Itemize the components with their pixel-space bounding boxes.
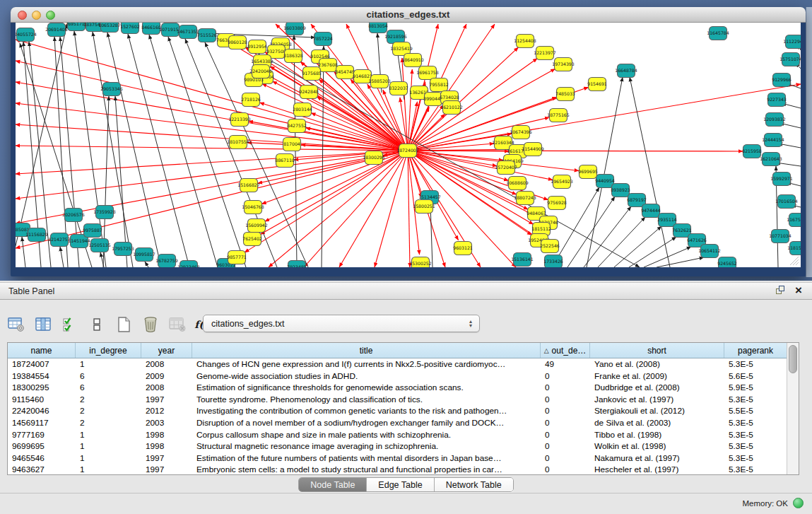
graph-node[interactable]: 17957253 xyxy=(112,243,134,256)
graph-node[interactable]: 12444154 xyxy=(762,134,784,147)
graph-edge[interactable] xyxy=(614,226,661,267)
column-header-in_degree[interactable]: in_degree xyxy=(76,343,141,358)
graph-node[interactable]: 20206576 xyxy=(62,209,85,222)
graph-node[interactable]: 11544909 xyxy=(522,143,544,156)
graph-node[interactable]: 10654112 xyxy=(698,245,721,258)
graph-node[interactable]: 11675322 xyxy=(787,214,801,227)
graph-node[interactable]: 8322037 xyxy=(389,82,408,95)
graph-node[interactable]: 9603121 xyxy=(453,242,473,255)
row-height-icon[interactable] xyxy=(88,315,106,334)
graph-node[interactable]: 10771034 xyxy=(769,230,792,243)
graph-node[interactable]: 8215958 xyxy=(742,145,762,158)
graph-node[interactable]: 9860128 xyxy=(228,36,247,49)
graph-node[interactable]: 15992971 xyxy=(770,173,793,186)
graph-edge[interactable] xyxy=(145,262,148,267)
graph-node[interactable]: 11645784 xyxy=(707,27,729,40)
graph-node[interactable]: 8938923 xyxy=(611,184,630,197)
graph-node[interactable]: 18640910 xyxy=(401,54,424,67)
graph-node[interactable]: 9129966 xyxy=(772,74,792,87)
graph-edge[interactable] xyxy=(16,151,408,199)
graph-node[interactable]: 15885203 xyxy=(368,75,391,88)
graph-node[interactable]: 9154691 xyxy=(587,78,607,91)
graph-edge[interactable] xyxy=(128,34,189,267)
graph-hub-node[interactable]: 18724007 xyxy=(396,144,419,158)
graph-node[interactable]: 9227343 xyxy=(767,93,787,107)
graph-node[interactable]: 15136141 xyxy=(511,253,534,267)
graph-edge[interactable] xyxy=(339,151,408,267)
table-row[interactable]: 969969511998Structural magnetic resonanc… xyxy=(8,440,787,452)
column-header-pagerank[interactable]: pagerank xyxy=(724,343,787,358)
graph-node[interactable]: 20691406 xyxy=(45,23,68,37)
graph-node[interactable]: 16210643 xyxy=(760,153,782,166)
graph-node[interactable]: 15720407 xyxy=(495,161,517,175)
graph-node[interactable]: 17016504 xyxy=(775,195,798,209)
graph-node[interactable]: 12505135 xyxy=(88,239,111,252)
graph-node[interactable]: 7625402 xyxy=(242,233,262,246)
graph-node[interactable]: 19218596 xyxy=(384,30,407,44)
graph-node[interactable]: 8454749 xyxy=(335,66,355,79)
graph-node[interactable]: 17359928 xyxy=(93,206,116,219)
graph-node[interactable]: 12213977 xyxy=(534,47,556,60)
graph-node[interactable]: 9699695 xyxy=(578,165,598,179)
graph-node[interactable]: 7857224 xyxy=(313,33,333,46)
tab-edge-table[interactable]: Edge Table xyxy=(367,478,434,491)
close-panel-icon[interactable]: × xyxy=(795,286,802,295)
graph-edge[interactable] xyxy=(60,247,64,267)
graph-node[interactable]: 18807243 xyxy=(514,192,536,205)
import-table-icon[interactable] xyxy=(168,315,187,334)
graph-node[interactable]: 11254408 xyxy=(514,35,536,48)
table-scrollbar[interactable] xyxy=(787,343,799,474)
graph-node[interactable]: 15800251 xyxy=(413,200,435,214)
column-header-year[interactable]: year xyxy=(141,343,192,358)
graph-edge[interactable] xyxy=(430,204,433,267)
graph-edge[interactable] xyxy=(149,35,218,267)
column-header-name[interactable]: name xyxy=(8,343,76,358)
table-row[interactable]: 946554611997Estimation of the future num… xyxy=(8,452,787,465)
graph-node[interactable]: 12142757 xyxy=(48,233,71,247)
graph-node[interactable]: 9175685 xyxy=(302,67,322,81)
graph-node[interactable]: 18107554 xyxy=(227,136,249,149)
graph-node[interactable]: 9242848 xyxy=(299,86,319,99)
graph-node[interactable]: 8912954 xyxy=(247,40,267,54)
graph-node[interactable]: 2522546 xyxy=(540,240,560,253)
graph-edge[interactable] xyxy=(304,151,408,267)
graph-node[interactable]: 12923468 xyxy=(177,261,200,268)
scrollbar-thumb[interactable] xyxy=(789,345,797,373)
graph-node[interactable]: 15751074 xyxy=(779,53,801,66)
graph-edge[interactable] xyxy=(115,96,127,267)
graph-node[interactable]: 9474444 xyxy=(641,204,661,218)
graph-edge[interactable] xyxy=(630,77,670,267)
graph-edge[interactable] xyxy=(107,33,161,267)
graph-node[interactable]: 8466160 xyxy=(141,23,161,35)
network-window-titlebar[interactable]: citations_edges.txt xyxy=(11,7,806,23)
column-header-out_de[interactable]: △out_de… xyxy=(541,343,590,358)
graph-node[interactable]: 7923485 xyxy=(287,261,307,268)
graph-node[interactable]: 12093832 xyxy=(763,113,786,127)
column-header-short[interactable]: short xyxy=(590,343,724,358)
graph-node[interactable]: 1527602 xyxy=(120,23,140,34)
float-panel-icon[interactable] xyxy=(776,286,785,295)
graph-node[interactable]: 22420046 xyxy=(249,65,272,78)
graph-node[interactable]: 16033809 xyxy=(283,23,306,35)
graph-node[interactable]: 18300295 xyxy=(363,151,385,165)
graph-node[interactable]: 16782759 xyxy=(155,255,178,268)
graph-node[interactable]: 16648784 xyxy=(615,64,637,78)
graph-edge[interactable] xyxy=(168,37,246,267)
delete-table-icon[interactable] xyxy=(141,315,160,334)
graph-node[interactable]: 10653287 xyxy=(98,23,121,33)
graph-node[interactable]: 817004 xyxy=(283,138,301,151)
table-row[interactable]: 1872400712008Changes of HCN gene express… xyxy=(8,358,787,370)
graph-node[interactable]: 15300252 xyxy=(409,257,432,268)
graph-node[interactable]: 16961758 xyxy=(416,66,439,80)
table-row[interactable]: 2242004622012Investigating the contribut… xyxy=(8,405,787,417)
graph-node[interactable]: 8813054 xyxy=(368,23,388,33)
network-canvas[interactable]: 2405572420691406269517101837540110653287… xyxy=(16,23,801,267)
graph-node[interactable]: 7955812 xyxy=(429,78,449,92)
graph-node[interactable]: 11122945 xyxy=(783,35,801,49)
table-row[interactable]: 1938455462009Genome-wide association stu… xyxy=(8,370,787,382)
graph-node[interactable]: 2718126 xyxy=(241,93,261,107)
table-row[interactable]: 1456911722003Disruption of a novel membe… xyxy=(8,417,787,429)
select-attributes-icon[interactable] xyxy=(61,315,79,334)
graph-edge[interactable] xyxy=(22,237,25,267)
graph-node[interactable]: 10688609 xyxy=(506,177,529,190)
